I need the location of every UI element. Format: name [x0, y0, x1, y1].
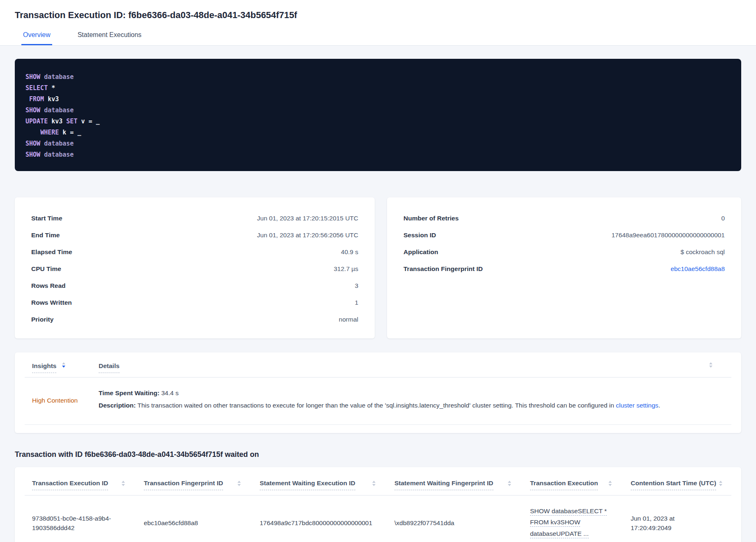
sql-text: * [51, 84, 55, 92]
row-label: CPU Time [31, 265, 61, 273]
sql-identifier: database [44, 73, 74, 81]
summary-row-rows-read: Rows Read3 [31, 277, 358, 294]
description-period: . [658, 402, 660, 409]
column-header-txn-execution-id: Transaction Execution ID [32, 479, 144, 490]
tab-overview[interactable]: Overview [21, 31, 52, 45]
row-label: Number of Retries [403, 215, 459, 222]
row-value: 1 [355, 299, 358, 306]
sort-icon[interactable] [237, 481, 241, 486]
sql-keyword: SELECT [25, 84, 51, 92]
sql-text: k = _ [62, 129, 81, 136]
sql-text: v = _ [81, 118, 99, 125]
summary-row-application: Application$ cockroach sql [403, 243, 725, 260]
txn-execution-statement-link[interactable]: SHOW databaseSELECT * FROM kv3SHOW datab… [530, 506, 631, 540]
summary-row-start-time: Start TimeJun 01, 2023 at 17:20:15:2015 … [31, 210, 358, 227]
waited-on-heading: Transaction with ID f6be6366-da03-48de-a… [15, 450, 741, 459]
sql-text [25, 95, 29, 103]
column-header-stmt-waiting-fingerprint-id: Statement Waiting Fingerprint ID [394, 479, 530, 490]
sql-keyword: SHOW [25, 140, 44, 147]
sql-identifier: database [44, 151, 74, 158]
session-summary-card: Number of Retries0 Session ID17648a9eea6… [387, 197, 741, 338]
row-label: Rows Written [31, 299, 72, 306]
txn-fingerprint-id-sort-header[interactable]: Transaction Fingerprint ID [144, 479, 223, 490]
cluster-settings-link[interactable]: cluster settings [616, 402, 658, 409]
stmt-waiting-execution-id-cell: 176498a9c717bdc80000000000000001 [260, 518, 394, 528]
column-header-txn-fingerprint-id: Transaction Fingerprint ID [144, 479, 260, 490]
summary-row-elapsed-time: Elapsed Time40.9 s [31, 243, 358, 260]
stmt-waiting-fingerprint-id-sort-header[interactable]: Statement Waiting Fingerprint ID [394, 479, 493, 490]
row-label: End Time [31, 232, 60, 239]
summary-row-txn-fingerprint: Transaction Fingerprint IDebc10ae56cfd88… [403, 260, 725, 277]
row-value: 40.9 s [341, 248, 358, 256]
row-value: 312.7 µs [334, 265, 358, 273]
summary-row-rows-written: Rows Written1 [31, 294, 358, 311]
description-text: This transaction waited on other transac… [137, 402, 614, 409]
sort-icon[interactable] [709, 362, 712, 368]
insight-row: High Contention Time Spent Waiting: 34.4… [25, 378, 731, 425]
row-value: $ cockroach sql [680, 248, 725, 256]
sql-identifier: database [44, 140, 74, 147]
row-label: Priority [31, 316, 53, 323]
sort-icon[interactable] [508, 481, 511, 486]
insights-sort-header[interactable]: Insights [32, 362, 56, 373]
insights-column-header: Insights [32, 362, 99, 373]
page-title: Transaction Execution ID: f6be6366-da03-… [15, 10, 741, 21]
contention-start-time-cell: Jun 01, 2023 at 17:20:49:2049 [631, 514, 724, 533]
details-sort-header[interactable]: Details [99, 362, 120, 373]
txn-execution-id-cell: 9738d051-bc0e-4158-a9b4-1903586ddd42 [32, 514, 124, 533]
row-label: Elapsed Time [31, 248, 72, 256]
txn-execution-sort-header[interactable]: Transaction Execution [530, 479, 598, 490]
sql-text: kv3 [51, 118, 66, 125]
sql-keyword: SHOW [25, 151, 44, 158]
row-value: Jun 01, 2023 at 17:20:56:2056 UTC [257, 232, 358, 239]
sql-text [25, 129, 40, 136]
summary-row-priority: Prioritynormal [31, 311, 358, 328]
tab-bar: Overview Statement Executions [15, 31, 741, 45]
sql-keyword: SHOW [25, 107, 44, 114]
summary-row-end-time: End TimeJun 01, 2023 at 17:20:56:2056 UT… [31, 227, 358, 243]
sort-icon[interactable] [372, 481, 376, 486]
txn-execution-id-sort-header[interactable]: Transaction Execution ID [32, 479, 108, 490]
transaction-fingerprint-link[interactable]: ebc10ae56cfd88a8 [671, 265, 725, 273]
sort-icon[interactable] [122, 481, 125, 486]
row-value: 0 [721, 215, 725, 222]
stmt-waiting-execution-id-sort-header[interactable]: Statement Waiting Execution ID [260, 479, 355, 490]
insight-badge: High Contention [32, 388, 99, 413]
table-row: 9738d051-bc0e-4158-a9b4-1903586ddd42 ebc… [25, 496, 731, 542]
row-label: Start Time [31, 215, 62, 222]
column-header-stmt-waiting-execution-id: Statement Waiting Execution ID [260, 479, 394, 490]
contention-start-time-sort-header[interactable]: Contention Start Time (UTC) [631, 479, 716, 490]
exec-line: SHOW databaseSELECT * [530, 506, 620, 516]
exec-line: databaseUPDATE ... [530, 529, 620, 538]
timing-summary-card: Start TimeJun 01, 2023 at 17:20:15:2015 … [15, 197, 375, 338]
summary-row-cpu-time: CPU Time312.7 µs [31, 260, 358, 277]
sort-icon[interactable] [608, 481, 612, 486]
waiting-value: 34.4 s [161, 389, 178, 396]
description-label: Description: [99, 402, 136, 409]
main-content: SHOW database SELECT * FROM kv3 SHOW dat… [0, 46, 756, 542]
insights-card: Insights Details High Contention Time Sp… [15, 352, 741, 433]
sql-keyword: WHERE [40, 129, 62, 136]
sql-line: UPDATE kv3 SET v = _ [25, 116, 731, 127]
tab-statement-executions[interactable]: Statement Executions [76, 31, 143, 45]
sql-line: WHERE k = _ [25, 127, 731, 138]
row-label: Session ID [403, 232, 436, 239]
row-value: Jun 01, 2023 at 17:20:15:2015 UTC [257, 215, 358, 222]
details-column-header: Details [99, 362, 709, 373]
stmt-waiting-fingerprint-id-cell: \xdb8922f077541dda [394, 518, 530, 528]
txn-fingerprint-id-cell: ebc10ae56cfd88a8 [144, 518, 260, 528]
sql-line: SELECT * [25, 83, 731, 94]
sql-line: SHOW database [25, 149, 731, 160]
sql-line: FROM kv3 [25, 94, 731, 105]
sql-line: SHOW database [25, 105, 731, 116]
time-spent-waiting-line: Time Spent Waiting: 34.4 s [99, 388, 724, 398]
sql-keyword: SHOW [25, 73, 44, 81]
summary-cards: Start TimeJun 01, 2023 at 17:20:15:2015 … [15, 197, 741, 338]
sort-icon[interactable] [62, 362, 65, 368]
summary-row-retries: Number of Retries0 [403, 210, 725, 227]
row-value: 3 [355, 282, 358, 290]
insight-details: Time Spent Waiting: 34.4 s Description: … [99, 388, 724, 413]
sort-icon[interactable] [719, 481, 722, 486]
summary-row-session-id: Session ID17648a9eea60178000000000000000… [403, 227, 725, 243]
sql-keyword: FROM [29, 95, 48, 103]
